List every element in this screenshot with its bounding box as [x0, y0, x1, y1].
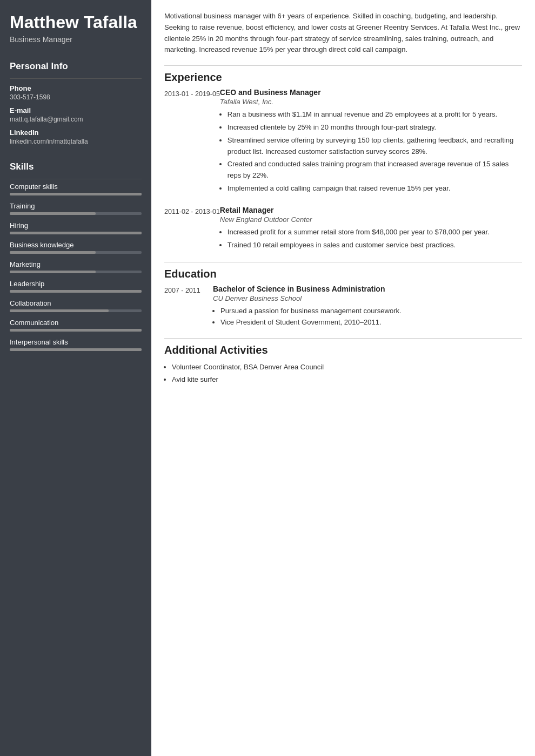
- email-value: matt.q.tafalla@gmail.com: [10, 116, 142, 123]
- skill-bar-bg: [10, 193, 142, 195]
- skill-name: Training: [10, 202, 142, 210]
- personal-info-section: Personal Info Phone 303-517-1598 E-mail …: [10, 57, 142, 145]
- activities-section: Additional Activities Volunteer Coordina…: [164, 344, 522, 386]
- experience-divider: [164, 65, 522, 66]
- main-content: Motivational business manager with 6+ ye…: [151, 0, 535, 756]
- skill-item: Leadership: [10, 280, 142, 293]
- edu-dates: 2007 - 2011: [164, 285, 213, 328]
- education-section: Education 2007 - 2011 Bachelor of Scienc…: [164, 268, 522, 328]
- edu-content: Bachelor of Science in Business Administ…: [213, 285, 522, 328]
- bullet-item: Created and conducted sales training pro…: [228, 159, 522, 181]
- experience-block: 2013-01 - 2019-05 CEO and Business Manag…: [164, 88, 522, 196]
- skill-bar-bg: [10, 232, 142, 234]
- exp-job-title: Retail Manager: [220, 206, 522, 214]
- education-list: 2007 - 2011 Bachelor of Science in Busin…: [164, 285, 522, 328]
- bullet-item: Increased profit for a summer retail sto…: [228, 227, 522, 238]
- edu-bullet: Pursued a passion for business managemen…: [220, 306, 522, 317]
- experience-heading: Experience: [164, 71, 522, 84]
- skill-item: Communication: [10, 319, 142, 332]
- skill-name: Computer skills: [10, 183, 142, 191]
- skill-item: Marketing: [10, 260, 142, 273]
- education-block: 2007 - 2011 Bachelor of Science in Busin…: [164, 285, 522, 328]
- email-block: E-mail matt.q.tafalla@gmail.com: [10, 106, 142, 123]
- skill-bar-fill: [10, 232, 142, 234]
- bullet-item: Ran a business with $1.1M in annual reve…: [228, 109, 522, 120]
- skill-name: Interpersonal skills: [10, 338, 142, 346]
- bullet-item: Streamlined service offering by surveyin…: [228, 135, 522, 158]
- skill-item: Collaboration: [10, 299, 142, 312]
- activity-item: Avid kite surfer: [172, 373, 522, 386]
- summary-text: Motivational business manager with 6+ ye…: [164, 11, 522, 56]
- exp-bullets: Increased profit for a summer retail sto…: [220, 227, 522, 251]
- skill-item: Interpersonal skills: [10, 338, 142, 351]
- exp-bullets: Ran a business with $1.1M in annual reve…: [220, 109, 522, 194]
- activities-list: Volunteer Coordinator, BSA Denver Area C…: [164, 361, 522, 386]
- bullet-item: Implemented a cold calling campaign that…: [228, 183, 522, 194]
- skill-name: Leadership: [10, 280, 142, 288]
- skill-name: Business knowledge: [10, 241, 142, 249]
- skill-bar-fill: [10, 251, 96, 254]
- sidebar-job-title: Business Manager: [10, 35, 142, 44]
- skill-bar-bg: [10, 329, 142, 332]
- bullet-item: Increased clientele by 25% in 20 months …: [228, 122, 522, 133]
- skill-name: Marketing: [10, 260, 142, 268]
- skill-bar-fill: [10, 290, 142, 293]
- skill-item: Training: [10, 202, 142, 215]
- skills-section: Skills Computer skills Training Hiring B…: [10, 157, 142, 351]
- exp-content: CEO and Business Manager Tafalla West, I…: [220, 88, 522, 196]
- skill-bar-bg: [10, 251, 142, 254]
- phone-block: Phone 303-517-1598: [10, 84, 142, 101]
- education-heading: Education: [164, 268, 522, 280]
- skill-name: Collaboration: [10, 299, 142, 307]
- sidebar-name: Matthew Tafalla: [10, 13, 142, 32]
- skill-item: Computer skills: [10, 183, 142, 195]
- activities-heading: Additional Activities: [164, 344, 522, 356]
- skill-bar-fill: [10, 309, 109, 312]
- edu-bullet: Vice President of Student Government, 20…: [220, 317, 522, 328]
- skill-bar-fill: [10, 212, 96, 215]
- exp-dates: 2013-01 - 2019-05: [164, 88, 220, 196]
- skill-bar-bg: [10, 348, 142, 351]
- phone-label: Phone: [10, 84, 142, 92]
- skill-item: Business knowledge: [10, 241, 142, 254]
- personal-info-heading: Personal Info: [10, 57, 142, 79]
- linkedin-value: linkedin.com/in/mattqtafalla: [10, 138, 142, 145]
- exp-job-title: CEO and Business Manager: [220, 88, 522, 97]
- skill-bar-bg: [10, 309, 142, 312]
- sidebar: Matthew Tafalla Business Manager Persona…: [0, 0, 151, 756]
- edu-degree: Bachelor of Science in Business Administ…: [213, 285, 522, 293]
- skill-name: Hiring: [10, 221, 142, 230]
- skill-bar-bg: [10, 271, 142, 273]
- edu-school: CU Denver Business School: [213, 294, 522, 302]
- exp-company: New England Outdoor Center: [220, 215, 522, 224]
- skill-bar-bg: [10, 212, 142, 215]
- jobs-list: 2013-01 - 2019-05 CEO and Business Manag…: [164, 88, 522, 252]
- bullet-item: Trained 10 retail employees in sales and…: [228, 240, 522, 251]
- exp-content: Retail Manager New England Outdoor Cente…: [220, 206, 522, 253]
- edu-bullets: Pursued a passion for business managemen…: [213, 306, 522, 328]
- skill-bar-fill: [10, 329, 142, 332]
- activities-divider: [164, 338, 522, 339]
- education-divider: [164, 262, 522, 262]
- skills-heading: Skills: [10, 157, 142, 179]
- skill-bar-fill: [10, 271, 96, 273]
- exp-dates: 2011-02 - 2013-01: [164, 206, 220, 253]
- linkedin-block: LinkedIn linkedin.com/in/mattqtafalla: [10, 129, 142, 145]
- phone-value: 303-517-1598: [10, 93, 142, 101]
- skill-bar-fill: [10, 193, 142, 195]
- skill-bar-bg: [10, 290, 142, 293]
- linkedin-label: LinkedIn: [10, 129, 142, 137]
- experience-block: 2011-02 - 2013-01 Retail Manager New Eng…: [164, 206, 522, 253]
- skill-name: Communication: [10, 319, 142, 327]
- email-label: E-mail: [10, 106, 142, 114]
- activity-item: Volunteer Coordinator, BSA Denver Area C…: [172, 361, 522, 373]
- exp-company: Tafalla West, Inc.: [220, 98, 522, 106]
- experience-section: Experience 2013-01 - 2019-05 CEO and Bus…: [164, 71, 522, 252]
- skill-item: Hiring: [10, 221, 142, 234]
- skill-bar-fill: [10, 348, 142, 351]
- skills-list: Computer skills Training Hiring Business…: [10, 183, 142, 351]
